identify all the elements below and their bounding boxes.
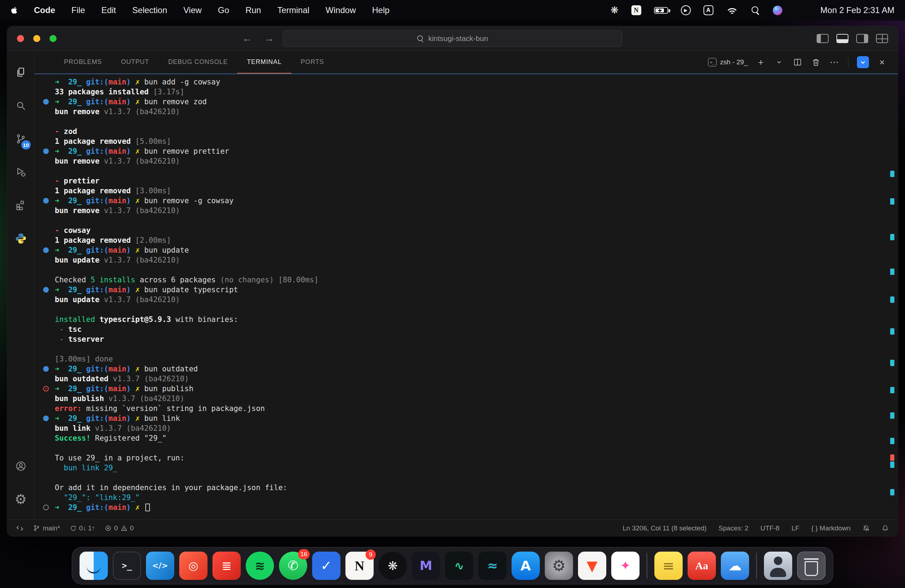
things-todo-dock-icon[interactable]: ✓ — [312, 552, 340, 580]
menu-item-go[interactable]: Go — [218, 5, 229, 15]
chatgpt-dock-icon[interactable]: ❋ — [379, 552, 407, 580]
pink-app-dock-icon[interactable]: ✦ — [611, 552, 640, 580]
stickies-dock-icon[interactable]: ≡ — [654, 552, 683, 580]
settings-gear-icon[interactable]: ⚙ — [7, 483, 35, 516]
terminal-view[interactable]: ➜ 29_ git:(main) ✗ bun add -g cowsay33 p… — [35, 73, 898, 520]
menu-item-edit[interactable]: Edit — [102, 5, 116, 15]
command-success-decoration[interactable] — [43, 415, 49, 421]
battery-charging-icon[interactable] — [654, 4, 668, 17]
command-success-decoration[interactable] — [43, 99, 49, 105]
terminal-line: 1 package removed [2.00ms] — [35, 235, 898, 245]
command-success-decoration[interactable] — [43, 148, 49, 154]
close-panel-icon[interactable]: × — [877, 57, 888, 68]
command-success-decoration[interactable] — [43, 247, 49, 253]
sync-indicator[interactable]: 0↓ 1↑ — [70, 525, 95, 532]
system-settings-dock-icon[interactable]: ⚙ — [545, 552, 573, 580]
notion-dock-icon[interactable]: N9 — [345, 552, 374, 580]
monitor-waveform-app-dock-icon[interactable]: ≈ — [478, 552, 506, 580]
cursor-position[interactable]: Ln 3206, Col 11 (8 selected) — [622, 525, 707, 532]
menu-item-terminal[interactable]: Terminal — [277, 5, 309, 15]
command-success-decoration[interactable] — [43, 287, 49, 293]
vscode-dock-icon[interactable]: </> — [146, 552, 174, 580]
split-terminal-icon[interactable] — [792, 57, 803, 68]
toggle-panel-icon[interactable] — [837, 34, 848, 43]
menu-clock[interactable]: Mon 2 Feb 2:31 AM — [821, 5, 894, 15]
back-button[interactable]: ← — [242, 33, 252, 44]
command-error-decoration[interactable]: × — [43, 386, 49, 391]
dictionary-dock-icon[interactable]: Aa — [687, 552, 716, 580]
remote-indicator[interactable] — [16, 525, 23, 532]
run-debug-icon[interactable] — [7, 155, 35, 189]
extensions-icon[interactable] — [7, 189, 35, 222]
terminal-line: bun link v1.3.7 (ba426210) — [35, 423, 898, 433]
python-extension-icon[interactable] — [7, 222, 35, 255]
toggle-secondary-sidebar-icon[interactable] — [856, 34, 868, 43]
encoding-setting[interactable]: UTF-8 — [761, 525, 780, 532]
record-play-icon[interactable]: ▶ — [681, 5, 691, 15]
problems-indicator[interactable]: 0 0 — [105, 525, 133, 532]
siri-icon[interactable] — [773, 6, 782, 15]
menu-app-name[interactable]: Code — [34, 5, 55, 15]
explorer-icon[interactable] — [7, 56, 35, 89]
control-center-icon[interactable] — [795, 4, 808, 17]
apple-logo-icon[interactable] — [11, 4, 17, 17]
command-success-decoration[interactable] — [43, 198, 49, 204]
terminal-instance-chip[interactable]: >_ zsh - 29_ — [708, 58, 748, 67]
assistant-a-icon[interactable]: A — [703, 5, 713, 15]
eol-setting[interactable]: LF — [792, 525, 799, 532]
terminal-profile-chevron-icon[interactable] — [774, 57, 784, 68]
wifi-icon[interactable] — [726, 6, 738, 14]
notifications-muted-icon[interactable] — [862, 525, 870, 532]
panel-tab-debug-console[interactable]: DEBUG CONSOLE — [159, 51, 238, 73]
whatsapp-dock-icon[interactable]: ✆16 — [279, 552, 307, 580]
panel-tab-problems[interactable]: PROBLEMS — [54, 51, 111, 73]
menu-item-selection[interactable]: Selection — [132, 5, 167, 15]
command-success-decoration[interactable] — [43, 366, 49, 372]
customize-layout-icon[interactable] — [876, 34, 888, 43]
menu-item-help[interactable]: Help — [372, 5, 389, 15]
source-control-icon[interactable]: 10 — [7, 122, 35, 155]
command-pending-decoration[interactable] — [43, 505, 49, 510]
audio-waveform-app-dock-icon[interactable]: ∿ — [445, 552, 473, 580]
status-bar-right: Ln 3206, Col 11 (8 selected) Spaces: 2 U… — [622, 525, 889, 532]
indentation-setting[interactable]: Spaces: 2 — [719, 525, 749, 532]
minimize-window-button[interactable] — [33, 35, 40, 42]
toggle-primary-sidebar-icon[interactable] — [817, 34, 829, 43]
chatgpt-menu-icon[interactable]: ❋ — [611, 4, 619, 17]
maximize-panel-button[interactable] — [857, 56, 869, 68]
photo-document-dock-icon[interactable] — [764, 552, 792, 580]
zoom-window-button[interactable] — [49, 35, 57, 42]
search-view-icon[interactable] — [7, 89, 35, 122]
spotify-dock-icon[interactable]: ≋ — [246, 552, 274, 580]
menu-item-window[interactable]: Window — [325, 5, 356, 15]
command-center-search[interactable]: kintsugi-stack-bun — [283, 30, 622, 47]
panel-tab-ports[interactable]: PORTS — [291, 51, 334, 73]
weather-dock-icon[interactable]: ☁ — [721, 552, 749, 580]
search-icon — [417, 35, 424, 42]
finder-dock-icon[interactable] — [79, 552, 108, 580]
motion-app-dock-icon[interactable]: M — [412, 552, 440, 580]
brave-browser-dock-icon[interactable]: ▼ — [578, 552, 606, 580]
forward-button[interactable]: → — [264, 33, 274, 44]
more-actions-ellipsis-icon[interactable]: ⋯ — [829, 57, 840, 68]
bell-icon[interactable] — [882, 525, 889, 532]
panel-tab-terminal[interactable]: TERMINAL — [237, 51, 291, 73]
language-mode[interactable]: { } Markdown — [811, 525, 851, 532]
terminal-icon: >_ — [708, 58, 716, 67]
menu-item-run[interactable]: Run — [245, 5, 261, 15]
panel-tab-output[interactable]: OUTPUT — [111, 51, 158, 73]
kill-terminal-trash-icon[interactable] — [811, 57, 821, 68]
spotlight-search-icon[interactable] — [751, 6, 760, 15]
menu-item-view[interactable]: View — [184, 5, 202, 15]
account-icon[interactable] — [7, 450, 35, 483]
trash-dock-icon[interactable] — [797, 552, 826, 580]
terminal-app-dock-icon[interactable]: >_ — [113, 552, 141, 580]
notion-menu-icon[interactable]: N — [631, 5, 641, 15]
red-utility-app-dock-icon[interactable]: ◎ — [179, 552, 208, 580]
red-grid-app-dock-icon[interactable]: ≣ — [213, 552, 241, 580]
new-terminal-button[interactable]: + — [756, 57, 766, 68]
menu-item-file[interactable]: File — [71, 5, 85, 15]
branch-indicator[interactable]: main* — [33, 525, 60, 532]
app-store-dock-icon[interactable]: A — [511, 552, 540, 580]
close-window-button[interactable] — [17, 35, 24, 42]
